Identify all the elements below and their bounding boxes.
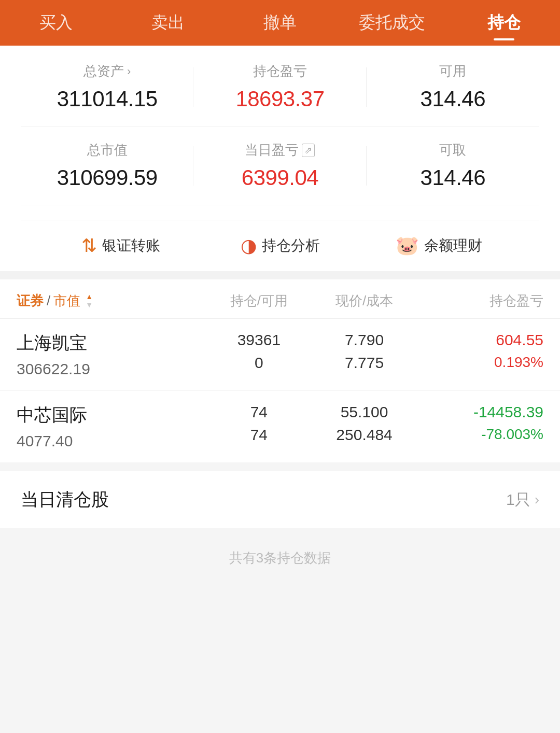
stock-current-price-1: 55.100 [341,403,388,421]
stock-name-0: 上海凯宝 [17,331,206,355]
stock-pnl-value-1: -14458.39 [473,403,543,421]
stock-pnl-col-0: 604.55 0.193% [417,331,543,371]
stock-name-1: 中芯国际 [17,403,206,427]
stock-market-value-0: 306622.19 [17,360,206,378]
finance-icon: 🐷 [396,235,419,257]
th-security-label1: 证券 [17,292,44,310]
chevron-right-icon: › [535,491,539,508]
withdrawable-cell: 可取 314.46 [367,141,539,190]
stock-row-0[interactable]: 上海凯宝 306622.19 39361 0 7.790 7.775 604.5… [0,319,560,391]
position-pnl-value: 18693.37 [235,87,324,111]
actions-row: ⇅ 银证转账 ◑ 持仓分析 🐷 余额理财 [21,220,539,271]
cleared-count: 1只 [506,489,530,511]
stock-price-col-0: 7.790 7.775 [312,331,417,372]
top-navigation: 买入 卖出 撤单 委托成交 持仓 [0,0,560,46]
stock-row-1[interactable]: 中芯国际 4077.40 74 74 55.100 250.484 -14458… [0,391,560,463]
tab-buy[interactable]: 买入 [0,1,112,45]
analysis-button[interactable]: ◑ 持仓分析 [201,235,360,257]
holdings-section: 证券 / 市值 ▲ ▼ 持仓/可用 现价/成本 持仓盈亏 上海凯宝 306622… [0,279,560,463]
position-pnl-cell: 持仓盈亏 18693.37 [193,62,366,111]
market-value-value: 310699.59 [57,165,158,190]
stock-position-col-1: 74 74 [206,403,312,444]
th-security-label2: 市值 [53,292,80,310]
available-cell: 可用 314.46 [367,62,539,111]
total-assets-arrow-icon: › [127,65,131,78]
finance-button[interactable]: 🐷 余额理财 [359,235,519,257]
analysis-icon: ◑ [241,235,257,257]
available-label: 可用 [439,62,466,80]
stock-current-price-0: 7.790 [345,331,384,349]
tab-sell[interactable]: 卖出 [112,1,224,45]
th-position: 持仓/可用 [206,292,312,310]
stock-cost-0: 7.775 [345,354,384,372]
footer: 共有3条持仓数据 [0,528,560,583]
table-header: 证券 / 市值 ▲ ▼ 持仓/可用 现价/成本 持仓盈亏 [0,279,560,319]
tab-position[interactable]: 持仓 [448,1,560,45]
position-pnl-label: 持仓盈亏 [253,62,307,80]
stock-cost-1: 250.484 [336,426,392,444]
transfer-button[interactable]: ⇅ 银证转账 [41,235,201,257]
market-value-label: 总市值 [87,141,128,159]
stock-position-0: 39361 [237,331,281,349]
summary-row-1: 总资产 › 311014.15 持仓盈亏 18693.37 可用 314.46 [21,62,539,126]
analysis-label: 持仓分析 [262,236,320,256]
withdrawable-value: 314.46 [421,165,485,190]
transfer-label: 银证转账 [102,236,160,256]
stock-position-col-0: 39361 0 [206,331,312,372]
withdrawable-label: 可取 [439,141,466,159]
stock-pnl-pct-1: -78.003% [481,426,543,443]
footer-text: 共有3条持仓数据 [229,550,331,566]
finance-label: 余额理财 [424,236,482,256]
transfer-icon: ⇅ [81,235,97,257]
th-price: 现价/成本 [312,292,417,310]
stock-pnl-pct-0: 0.193% [494,354,543,371]
available-value: 314.46 [421,87,485,111]
daily-pnl-value: 6399.04 [242,165,318,190]
sort-icon[interactable]: ▲ ▼ [86,293,93,309]
th-pnl: 持仓盈亏 [417,292,543,310]
daily-pnl-label: 当日盈亏 ⇗ [245,141,315,159]
total-assets-cell[interactable]: 总资产 › 311014.15 [21,62,193,111]
stock-left-1: 中芯国际 4077.40 [17,403,206,450]
stock-available-1: 74 [250,426,268,444]
stock-available-0: 0 [255,354,263,372]
stock-left-0: 上海凯宝 306622.19 [17,331,206,378]
total-assets-label: 总资产 › [83,62,131,80]
cleared-label: 当日清仓股 [21,488,109,512]
summary-row-2: 总市值 310699.59 当日盈亏 ⇗ 6399.04 可取 314.46 [21,141,539,205]
tab-cancel[interactable]: 撤单 [224,1,336,45]
cleared-section[interactable]: 当日清仓股 1只 › [0,471,560,528]
stock-pnl-col-1: -14458.39 -78.003% [417,403,543,443]
summary-section: 总资产 › 311014.15 持仓盈亏 18693.37 可用 314.46 … [0,46,560,271]
tab-orders[interactable]: 委托成交 [336,1,448,45]
total-assets-value: 311014.15 [57,87,158,111]
section-divider [0,271,560,279]
export-icon[interactable]: ⇗ [302,144,315,157]
daily-pnl-cell[interactable]: 当日盈亏 ⇗ 6399.04 [193,141,366,190]
stock-position-1: 74 [250,403,268,421]
market-value-cell: 总市值 310699.59 [21,141,193,190]
stock-pnl-value-0: 604.55 [496,331,543,349]
stock-market-value-1: 4077.40 [17,432,206,450]
cleared-right: 1只 › [506,489,539,511]
th-security: 证券 / 市值 ▲ ▼ [17,292,206,310]
stock-price-col-1: 55.100 250.484 [312,403,417,444]
